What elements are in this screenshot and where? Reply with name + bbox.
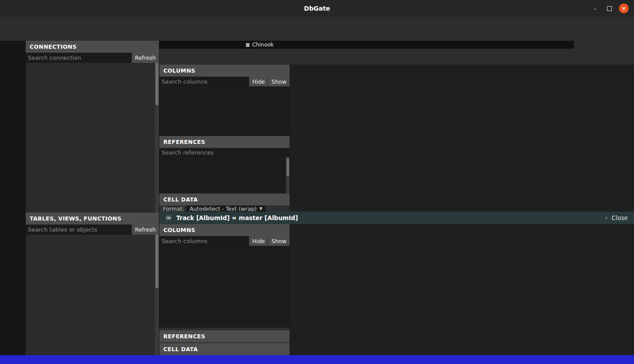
- maximize-button[interactable]: [607, 6, 612, 11]
- tables-header: TABLES, VIEWS, FUNCTIONS: [26, 213, 159, 225]
- columns-hide-button[interactable]: Hide: [249, 236, 268, 246]
- track-left-panel: COLUMNS Hide Show REFERENCES CELL DATA: [159, 224, 290, 355]
- toolbar: [0, 28, 634, 41]
- celldata-header: CELL DATA: [159, 194, 290, 205]
- status-bar: [0, 355, 634, 364]
- reference-title: Track [AlbumId] = master [AlbumId]: [176, 214, 298, 221]
- close-button[interactable]: ✕: [619, 4, 629, 13]
- references-scrollbar[interactable]: [286, 157, 290, 194]
- columns-hide-button[interactable]: Hide: [249, 77, 268, 86]
- tab-bar: [159, 49, 634, 65]
- references-header: REFERENCES: [159, 330, 290, 342]
- menubar: [0, 17, 634, 28]
- references-search-input[interactable]: [159, 148, 290, 157]
- references-header: REFERENCES: [159, 136, 290, 148]
- window-title: DbGate: [0, 5, 634, 12]
- columns-header: COLUMNS: [159, 65, 290, 77]
- connections-scrollbar[interactable]: [155, 63, 159, 213]
- connection-search-input[interactable]: [26, 53, 131, 63]
- tab-group-strip: Chinook: [159, 41, 634, 49]
- format-select[interactable]: Autodetect - Text (wrap)▼: [186, 205, 265, 212]
- format-label: Format:: [163, 205, 184, 212]
- tables-scrollbar[interactable]: [155, 235, 159, 355]
- tables-refresh-button[interactable]: Refresh: [131, 225, 159, 235]
- reference-close-button[interactable]: Close: [604, 214, 628, 221]
- track-data-grid: [290, 224, 634, 355]
- album-data-grid: [290, 65, 634, 212]
- celldata-header: CELL DATA: [159, 343, 290, 355]
- connections-header: CONNECTIONS: [26, 41, 159, 53]
- tab-group-label: Chinook: [159, 41, 360, 49]
- minimize-button[interactable]: –: [590, 4, 600, 13]
- connections-refresh-button[interactable]: Refresh: [131, 53, 159, 63]
- columns-show-button[interactable]: Show: [268, 236, 290, 246]
- titlebar: DbGate – ✕: [0, 0, 634, 17]
- album-left-panel: COLUMNS Hide Show REFERENCES CELL DATA F…: [159, 65, 290, 212]
- connections-tree: [26, 63, 159, 213]
- database-icon: [245, 43, 250, 47]
- reference-bar: Track [AlbumId] = master [AlbumId] Close: [159, 212, 634, 224]
- sidebar: CONNECTIONS Refresh TABLES, VIEWS, FUNCT…: [26, 41, 159, 355]
- columns-search-input[interactable]: [159, 236, 249, 246]
- icon-strip: [0, 41, 26, 355]
- close-icon: [604, 216, 609, 221]
- tables-tree: [26, 235, 159, 355]
- columns-search-input[interactable]: [159, 77, 249, 86]
- tables-search-input[interactable]: [26, 225, 131, 235]
- columns-header: COLUMNS: [159, 224, 290, 236]
- columns-show-button[interactable]: Show: [268, 77, 290, 86]
- link-icon: [166, 215, 172, 221]
